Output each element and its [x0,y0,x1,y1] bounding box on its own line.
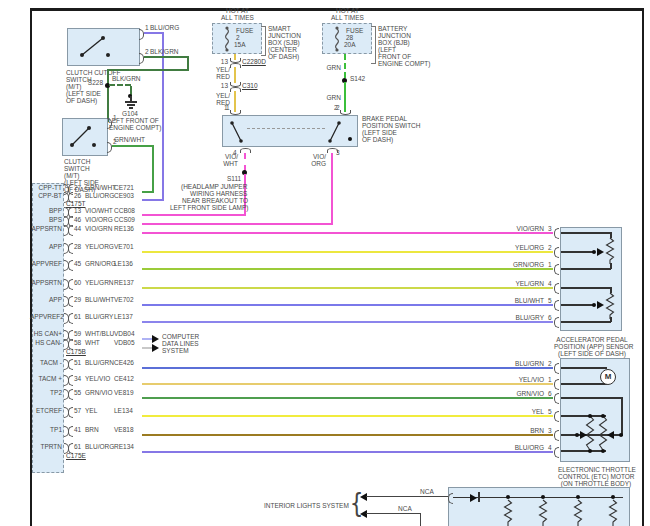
arrow-right-icon [152,344,159,352]
wire-grn [344,82,346,112]
pcm-row: TACM +34YEL/VIOCE412 [0,375,142,384]
connector-pin-icon [554,411,559,422]
wiring-diagram: 1 2 CLUTCH CUTOFF SWITCH (M/T) (LEFT SID… [0,0,650,526]
pin-number: 3 [548,225,552,232]
computer-data-label: COMPUTER [162,333,199,340]
fuse-name: FUSE [236,27,253,34]
splice-label: S111 [227,175,241,182]
hot-label: ALL TIMES [221,14,254,21]
splice-note: (HEADLAMP JUMPER [181,183,247,190]
wire-vio-grn [142,232,553,234]
connector-pin-icon [68,243,73,254]
wire-grn-org [142,268,553,270]
fuse-number: 28 [346,34,353,41]
wire-blu-gry [142,321,553,323]
hot-label: HOT AT [226,7,249,14]
wiper-arrow-icon [580,431,587,439]
resistor-icon [609,500,617,526]
wire-label: BLU/ORG [504,444,544,451]
frame-right [642,8,644,526]
wire-blk-grn [107,69,189,71]
arrow-right-icon [152,335,159,343]
wire-label: BLU/WHT [504,297,544,304]
wire-brn [142,434,553,436]
switch-icon [326,118,344,145]
connector-pin-icon [554,228,559,239]
splice-label: S228 [84,79,103,86]
connector-pin-icon [68,375,73,386]
pcm-connector-name: C175B [66,348,86,355]
wire-label: GRN [323,94,341,101]
junction-dot [576,495,580,499]
wire-yel-red [234,91,236,112]
wire-yel-vio [142,383,553,385]
conn-pin: 13 [216,82,228,89]
fuse-icon [222,26,232,52]
pcm-row: APPSRTN44VIO/GRNRE136 [0,225,142,234]
fuse-amps: 15A [234,41,246,48]
wire-nca [366,496,448,497]
wire-blk-grn-dashed [109,84,131,86]
pcm-row: BPP13VIO/WHTCCB08 [0,207,142,216]
bracket [371,63,375,64]
wire-vio-wht-dashed [244,153,246,171]
junction-dot [601,449,605,453]
hot-label: ALL TIMES [331,14,364,21]
bracket [371,26,375,27]
motor-lead [561,383,607,385]
wire-label: BLU/GRN [504,360,544,367]
wire-label: YEL/ [214,92,230,99]
pcm-row: TP141BRNVE818 [0,426,142,435]
pcm-row: TACM -51BLU/GRNCE426 [0,359,142,368]
wire-label: NCA [398,505,412,512]
wire-label: BLU/ORG [150,24,179,31]
computer-data-label: DATA LINES [162,340,199,347]
switch-icon [228,118,246,145]
connector-pin-icon [139,53,144,64]
pin-number: 2 [548,244,552,251]
pin-number: 1 [548,261,552,268]
resistor-icon [504,500,512,526]
connector-pin-icon [68,260,73,271]
junction-dot [611,495,615,499]
wire-label: YEL [504,408,544,415]
wire-label: BRN [504,427,544,434]
wire-label: YEL/ [214,66,230,73]
junction-dot [506,495,510,499]
pin-number: 2 [334,104,338,111]
wire-label: GRN/VIO [504,390,544,397]
pin-number: 3 [548,427,552,434]
ground-loc: ENGINE COMPT) [109,124,161,131]
pin-number: 1 [145,24,149,31]
connector-pin-icon [554,379,559,390]
interior-lights-label: INTERIOR LIGHTS SYSTEM [264,502,346,509]
switch-icon [75,32,119,62]
motor-icon: M [600,369,616,385]
bracket [261,26,265,27]
pin-number: 2 [145,48,149,55]
wire-blk-grn [107,69,109,122]
wire-label: BLU/GRY [504,314,544,321]
wire-yel [142,415,553,417]
pcm-row: APP29BLU/WHTVE702 [0,296,142,305]
junction-dot [575,433,579,437]
junction-dot [588,414,592,418]
pcm-row: TP255GRN/VIOVE819 [0,389,142,398]
pcm-row: APP28YEL/ORGVE701 [0,243,142,252]
wire-label: ORG [310,160,326,167]
connector-pin-icon [68,296,73,307]
junction-dot [619,433,623,437]
connector-pin-icon [554,300,559,311]
pcm-connector-name: C175T [66,200,86,207]
pcm-connector-name: C175E [66,452,86,459]
wire-label: GRN [323,64,341,71]
fuse-icon [332,26,342,52]
wire-blu-org [142,199,164,201]
wire-label: WHT [222,160,238,167]
wire-wht-blu [142,338,152,340]
connector-pin-icon [68,359,73,370]
wire-vio-org [331,153,333,225]
pcm-row: HS CAN-58WHTVDB05 [0,339,142,348]
pcm-row: BPS46VIO/ORGCCS09 [0,216,142,225]
bracket [265,26,266,56]
